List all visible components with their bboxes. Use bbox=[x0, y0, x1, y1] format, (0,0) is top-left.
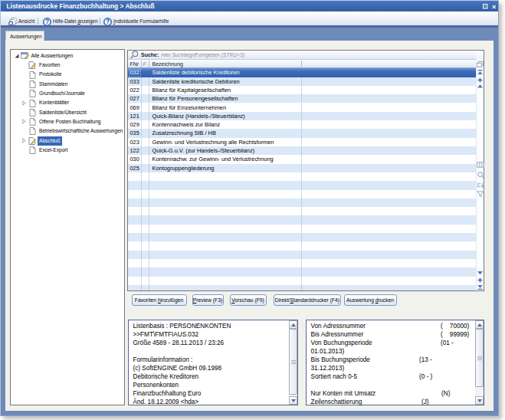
svg-text:?: ? bbox=[106, 18, 110, 25]
svg-text:?: ? bbox=[45, 18, 49, 25]
